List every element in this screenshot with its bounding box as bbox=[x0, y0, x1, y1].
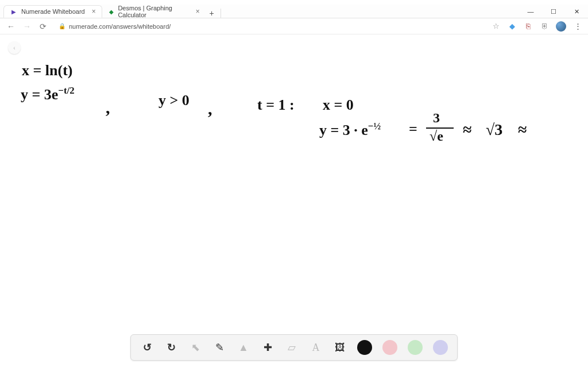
frac-denominator: √e bbox=[430, 129, 443, 144]
tab-desmos[interactable]: ◆ Desmos | Graphing Calculator × bbox=[102, 5, 206, 18]
numerade-favicon-icon: ▶ bbox=[10, 7, 18, 16]
tab-numerade[interactable]: ▶ Numerade Whiteboard × bbox=[3, 5, 102, 18]
address-bar: ← → ⟳ 🔒 numerade.com/answers/whiteboard/… bbox=[0, 18, 588, 34]
close-tab-icon[interactable]: × bbox=[92, 7, 96, 16]
toolbar-right-icons: ☆ ◆ ⎘ ⛨ ⋮ bbox=[492, 21, 582, 32]
comma-1: , bbox=[106, 98, 110, 117]
bookmark-star-icon[interactable]: ☆ bbox=[492, 22, 501, 31]
back-button[interactable]: ← bbox=[6, 21, 16, 32]
color-green[interactable] bbox=[408, 340, 423, 355]
window-controls: — ☐ ✕ bbox=[519, 5, 588, 18]
x-equals-0: x = 0 bbox=[323, 96, 354, 114]
text-tool[interactable]: A bbox=[309, 341, 323, 354]
lock-icon: 🔒 bbox=[59, 23, 65, 29]
close-window-button[interactable]: ✕ bbox=[565, 5, 588, 18]
frac-numerator: 3 bbox=[433, 110, 440, 126]
shield-icon[interactable]: ⛨ bbox=[540, 22, 549, 31]
t-equals-1: t = 1 : bbox=[257, 96, 295, 114]
menu-icon[interactable]: ⋮ bbox=[573, 22, 582, 31]
color-black[interactable] bbox=[357, 340, 372, 355]
desmos-favicon-icon: ◆ bbox=[108, 7, 115, 16]
undo-button[interactable]: ↺ bbox=[140, 341, 154, 354]
add-tool[interactable]: ✚ bbox=[261, 341, 274, 354]
approx-1: ≈ bbox=[463, 121, 471, 139]
eq-y-3e-base: y = 3e bbox=[21, 86, 58, 103]
close-tab-icon[interactable]: × bbox=[196, 7, 200, 16]
tab-title: Numerade Whiteboard bbox=[21, 8, 85, 15]
profile-avatar-icon[interactable] bbox=[556, 21, 566, 32]
forward-button: → bbox=[22, 21, 32, 32]
shapes-tool[interactable]: ▲ bbox=[237, 341, 250, 354]
eq-y-3e: y = 3e−t/2 bbox=[21, 85, 75, 103]
eq-y-3e-exp: −t/2 bbox=[58, 85, 74, 96]
y-3e-half: y = 3 · e−½ bbox=[319, 121, 381, 139]
select-tool[interactable]: ⬉ bbox=[188, 341, 202, 354]
url-text: numerade.com/answers/whiteboard/ bbox=[69, 23, 171, 30]
window-titlebar bbox=[0, 0, 588, 5]
tab-divider bbox=[220, 9, 221, 18]
comma-2: , bbox=[208, 99, 212, 118]
whiteboard-canvas[interactable]: ‹ x = ln(t) y = 3e−t/2 , y > 0 , t = 1 :… bbox=[0, 34, 588, 371]
tab-title: Desmos | Graphing Calculator bbox=[118, 5, 188, 18]
y-3e-half-exp: −½ bbox=[368, 121, 381, 132]
pen-tool[interactable]: ✎ bbox=[212, 341, 226, 354]
cond-y-gt-0: y > 0 bbox=[158, 92, 189, 109]
extension-gem-icon[interactable]: ◆ bbox=[508, 22, 517, 31]
eq-x-lnt: x = ln(t) bbox=[22, 62, 72, 79]
pdf-extension-icon[interactable]: ⎘ bbox=[524, 22, 533, 31]
minimize-button[interactable]: — bbox=[519, 5, 542, 18]
approx-2: ≈ bbox=[518, 121, 527, 139]
color-purple[interactable] bbox=[433, 340, 448, 355]
image-tool[interactable]: 🖼 bbox=[333, 341, 347, 354]
eraser-tool[interactable]: ▱ bbox=[285, 341, 299, 354]
redo-button[interactable]: ↻ bbox=[164, 341, 178, 354]
y-3e-half-base: y = 3 · e bbox=[319, 122, 368, 138]
sqrt-3: √3 bbox=[486, 121, 502, 139]
omnibox[interactable]: 🔒 numerade.com/answers/whiteboard/ bbox=[54, 21, 486, 32]
tab-strip: ▶ Numerade Whiteboard × ◆ Desmos | Graph… bbox=[0, 5, 588, 18]
equals-sign: = bbox=[409, 121, 417, 138]
maximize-button[interactable]: ☐ bbox=[542, 5, 565, 18]
panel-toggle-button[interactable]: ‹ bbox=[8, 41, 21, 54]
new-tab-button[interactable]: + bbox=[206, 9, 218, 18]
reload-button[interactable]: ⟳ bbox=[38, 21, 48, 32]
color-pink[interactable] bbox=[382, 340, 397, 355]
whiteboard-toolbar: ↺ ↻ ⬉ ✎ ▲ ✚ ▱ A 🖼 bbox=[130, 334, 458, 361]
